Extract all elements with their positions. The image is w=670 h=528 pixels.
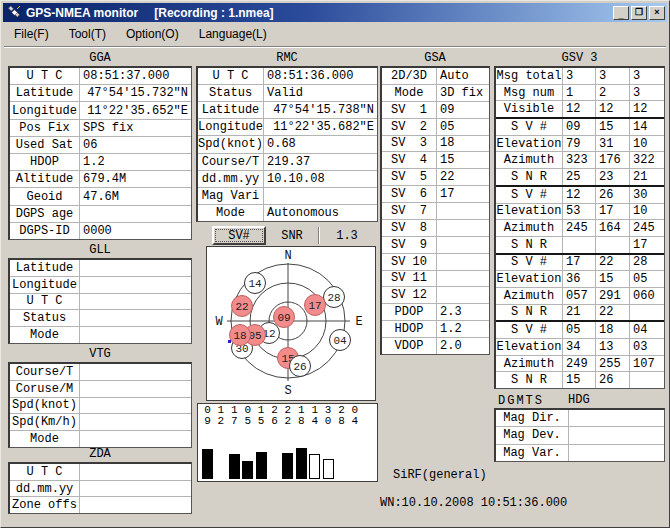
gsv-row: Visible121212: [496, 101, 664, 119]
zda-table: U T Cdd.mm.yyZone offs: [8, 462, 192, 514]
rmc-row-value: [264, 188, 377, 204]
rmc-row: U T C08:51:36.000: [198, 68, 377, 85]
gsv-row-label: S N R: [496, 169, 563, 185]
snr-bar-sv18: [296, 448, 307, 479]
snr-sv-digit: 5: [255, 416, 268, 427]
vtg-row-value: [80, 364, 191, 380]
gsa-row-label: SV 3: [382, 136, 437, 152]
satellite-26: 26: [290, 356, 311, 377]
gga-row-label: U T C: [10, 68, 80, 84]
rmc-row: Mag Vari: [198, 188, 377, 205]
rmc-row-value: Autonomous: [264, 205, 377, 221]
gsa-table: 2D/3DAutoMode3D fixSV 109SV 205SV 318SV …: [380, 66, 490, 355]
gsv-row-value: 15: [563, 372, 596, 388]
tab-sv-number[interactable]: SV#: [212, 226, 266, 245]
gsv-row-value: 291: [596, 288, 630, 304]
vtg-row: Coruse/M: [10, 381, 191, 398]
dgmts-row-label: Mag Var.: [496, 445, 569, 461]
gsv-row-value: 18: [596, 322, 630, 338]
close-button[interactable]: ×: [649, 6, 665, 20]
vtg-title: VTG: [8, 347, 192, 361]
dgmts-row-value: [569, 427, 664, 443]
compass-label-e: E: [355, 315, 362, 329]
gsv-row-label: S V #: [496, 119, 563, 135]
tab-snr[interactable]: SNR: [270, 228, 314, 244]
gga-row-value: 0000: [80, 223, 191, 239]
menu-item-language[interactable]: Language(L): [193, 25, 273, 43]
snr-sv-digit: 6: [268, 416, 281, 427]
menu-item-tool[interactable]: Tool(T): [63, 25, 112, 43]
gsa-row-label: SV 12: [382, 287, 437, 303]
gga-row-value: 47.6M: [80, 188, 191, 204]
svg-text:04: 04: [333, 335, 347, 347]
gga-row: Longitude11°22'35.652"E: [10, 102, 191, 119]
gga-row-value: 47°54'15.732"N: [80, 85, 191, 101]
rmc-row-value: 0.68: [264, 136, 377, 152]
gsv-row-value: 322: [630, 152, 664, 168]
snr-sv-digit: 2: [214, 416, 227, 427]
menu-item-option[interactable]: Option(O): [120, 25, 185, 43]
dgmts-row-label: Mag Dir.: [496, 410, 569, 426]
gsa-row-value: [437, 237, 489, 253]
gsv-row-value: 09: [563, 119, 596, 135]
satellite-09: 09: [274, 307, 295, 328]
maximize-button[interactable]: ❐: [631, 6, 647, 20]
hdg-title: HDG: [568, 393, 608, 407]
vtg-row-value: [80, 431, 191, 447]
gsv-table: Msg total333Msg num123Visible121212S V #…: [494, 66, 665, 389]
gsv-row-value: 12: [630, 101, 664, 117]
rmc-row: Spd(knot)0.68: [198, 136, 377, 153]
gsv-row-value: 17: [630, 237, 664, 253]
rmc-row-value: 47°54'15.738"N: [264, 102, 377, 118]
zda-row-value: [80, 497, 191, 513]
gsv-row-value: [563, 237, 596, 253]
gsa-row: SV 415: [382, 152, 489, 169]
gsa-row-label: SV 11: [382, 271, 437, 287]
gga-row-label: Latitude: [10, 85, 80, 101]
gll-title: GLL: [8, 243, 192, 257]
gsv-row-value: 10: [630, 204, 664, 220]
gsv-row-value: 05: [630, 271, 664, 287]
gsv-row-label: Elevation: [496, 271, 563, 287]
gsa-row-value: 2.0: [437, 338, 489, 354]
week-number-label: WN:10.10.2008 10:51:36.000: [380, 496, 567, 510]
gsa-row-label: PDOP: [382, 304, 437, 320]
gga-row-value: SPS fix: [80, 120, 191, 136]
gsv-row: S V #091514: [496, 119, 664, 136]
gga-row-value: 11°22'35.652"E: [80, 102, 191, 118]
rmc-row: StatusValid: [198, 85, 377, 102]
gsv-row-value: 23: [596, 169, 630, 185]
gll-row-label: Longitude: [10, 277, 80, 293]
gsv-row-value: 245: [630, 220, 664, 236]
rmc-title: RMC: [196, 51, 378, 65]
gll-row-label: Latitude: [10, 260, 80, 276]
gsv-row-value: 79: [563, 136, 596, 152]
gga-row-label: Longitude: [10, 102, 80, 118]
gsa-row: SV 205: [382, 119, 489, 136]
gsv-row: Azimuth249255107: [496, 356, 664, 373]
version-label: 1.3: [330, 229, 364, 243]
snr-bar-sv09: [202, 449, 213, 479]
rmc-row: Latitude47°54'15.738"N: [198, 102, 377, 119]
dgmts-row-value: [569, 410, 664, 426]
gsv-row-label: Elevation: [496, 136, 563, 152]
rmc-table: U T C08:51:36.000StatusValidLatitude47°5…: [196, 66, 378, 222]
vtg-row: Mode: [10, 431, 191, 447]
skyplot-polar-chart: NESW123005182214281709152604: [207, 247, 375, 400]
rmc-row-label: U T C: [198, 68, 264, 84]
satellite-28: 28: [324, 287, 345, 308]
gsv-row: S V #172228: [496, 255, 664, 272]
minimize-button[interactable]: _: [613, 6, 629, 20]
gsv-row-value: [630, 305, 664, 321]
menu-item-file[interactable]: File(F): [8, 25, 55, 43]
gga-row-label: Altitude: [10, 171, 80, 187]
menu-bar: File(F)Tool(T)Option(O)Language(L): [4, 24, 666, 44]
snr-bar-sv30: [323, 459, 334, 479]
gsa-row-value: [437, 220, 489, 236]
vtg-row-label: Coruse/M: [10, 381, 80, 397]
gsv-row-label: Azimuth: [496, 220, 563, 236]
gsv-row-value: 14: [630, 119, 664, 135]
svg-text:17: 17: [308, 300, 321, 312]
rmc-row: ModeAutonomous: [198, 205, 377, 221]
gsa-row: SV 617: [382, 186, 489, 203]
